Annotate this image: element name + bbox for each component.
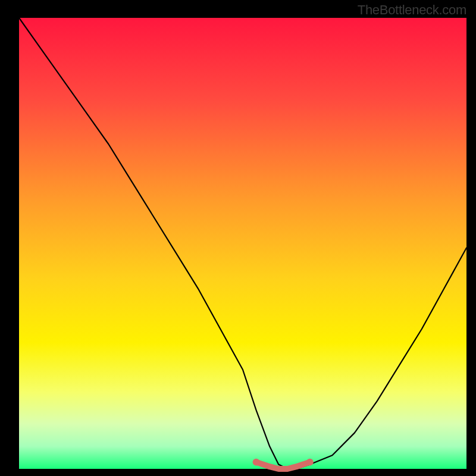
attribution-label: TheBottleneck.com xyxy=(358,2,466,18)
bottleneck-chart xyxy=(0,0,476,476)
highlight-endpoint-left xyxy=(253,459,260,466)
highlight-endpoint-right xyxy=(306,459,314,466)
gradient-background xyxy=(19,18,466,469)
chart-frame: TheBottleneck.com xyxy=(0,0,476,476)
